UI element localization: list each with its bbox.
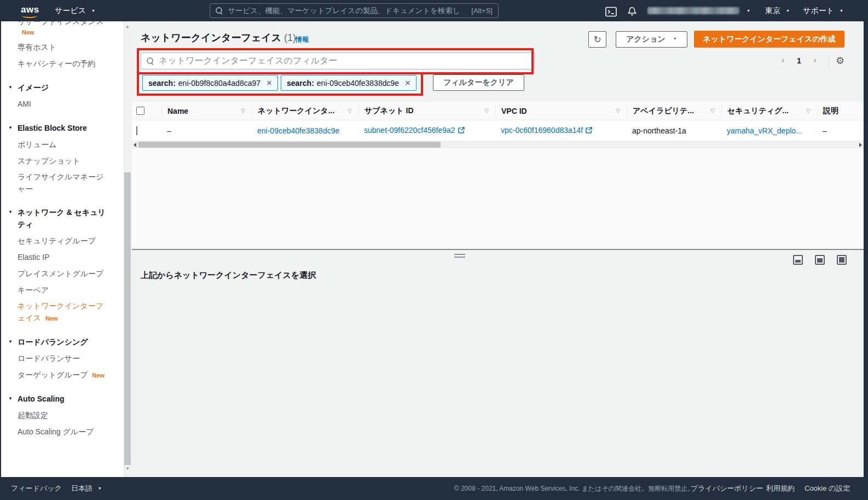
sort-icon[interactable]: ▽ <box>348 108 352 114</box>
column-header-name[interactable]: Name▽ <box>161 106 252 117</box>
security-group-link[interactable]: yamaha_vRX_deplo... <box>727 126 802 135</box>
filter-tag-value: eni-09ceb40fe3838dc9e <box>317 79 399 88</box>
filter-search-input[interactable]: ネットワークインターフェイスのフィルター <box>141 53 535 69</box>
horizontal-scrollbar-thumb[interactable] <box>138 142 441 148</box>
pagination-next[interactable]: › <box>813 55 817 66</box>
remove-filter-icon[interactable]: × <box>267 78 272 88</box>
sidebar-item-network-interfaces[interactable]: ネットワークインターフェイスNew <box>1 298 131 326</box>
account-menu-caret[interactable]: ▼ <box>743 0 750 21</box>
refresh-button[interactable]: ↻ <box>588 31 606 48</box>
divider <box>829 55 829 69</box>
sidebar-item-auto-scaling-groups[interactable]: Auto Scaling グループ <box>1 423 131 440</box>
table-settings-gear-icon[interactable]: ⚙ <box>836 55 844 67</box>
pane-size-small-icon[interactable] <box>793 255 803 265</box>
table-horizontal-scrollbar[interactable] <box>132 141 864 148</box>
sidebar-section-network-security[interactable]: ▼ ネットワーク & セキュリティ <box>1 204 131 232</box>
global-search-input[interactable]: サービス、機能、マーケットプレイスの製品、ドキュメントを検索し [Alt+S] <box>210 3 499 18</box>
sidebar-item-placement-groups[interactable]: プレイスメントグループ <box>1 265 131 282</box>
global-search-placeholder: サービス、機能、マーケットプレイスの製品、ドキュメントを検索し <box>228 6 460 16</box>
cloudshell-icon[interactable] <box>605 1 617 22</box>
sidebar-item-security-groups[interactable]: セキュリティグループ <box>1 232 131 249</box>
copyright-text: © 2008 - 2021, Amazon Web Services, Inc.… <box>454 477 694 500</box>
column-header-subnet[interactable]: サブネット ID▽ <box>358 106 495 117</box>
region-menu[interactable]: 東京 ▼ <box>765 0 790 21</box>
sidebar-item-load-balancers[interactable]: ロードバランサー <box>1 350 131 367</box>
terms-link[interactable]: 利用規約 <box>766 477 795 500</box>
row-checkbox[interactable] <box>136 126 137 135</box>
sidebar-item-volumes[interactable]: ボリューム <box>1 136 131 153</box>
scroll-left-icon[interactable] <box>134 143 136 147</box>
sort-icon[interactable]: ▽ <box>710 108 715 114</box>
table-row[interactable]: – eni-09ceb40fe3838dc9e subnet-09f6220cf… <box>132 120 864 141</box>
notifications-bell-icon[interactable] <box>627 1 637 22</box>
new-badge: New <box>45 315 58 322</box>
sidebar-item-key-pairs[interactable]: キーペア <box>1 282 131 298</box>
sidebar-section-auto-scaling[interactable]: ▼ Auto Scaling <box>1 391 131 407</box>
section-label: ロードバランシング <box>18 338 88 346</box>
scroll-right-icon[interactable] <box>859 143 862 147</box>
cookie-settings-link[interactable]: Cookie の設定 <box>805 477 850 500</box>
sidebar-section-load-balancing[interactable]: ▼ ロードバランシング <box>1 334 131 350</box>
feedback-link[interactable]: フィードバック <box>11 477 62 500</box>
column-label: 説明 <box>823 106 838 116</box>
pagination-page-number[interactable]: 1 <box>797 56 801 65</box>
external-link-icon[interactable] <box>586 126 592 135</box>
cell-eni: eni-09ceb40fe3838dc9e <box>252 126 358 135</box>
column-header-vpc[interactable]: VPC ID▽ <box>495 106 627 117</box>
external-link-icon[interactable] <box>458 126 465 135</box>
sort-icon[interactable]: ▽ <box>484 108 489 114</box>
info-link[interactable]: 情報 <box>296 35 309 44</box>
sidebar-item-lifecycle-manager[interactable]: ライフサイクルマネージャー <box>1 169 131 196</box>
column-label: VPC ID <box>501 107 527 115</box>
pane-size-full-icon[interactable] <box>837 255 847 265</box>
scrollbar-up-icon[interactable]: ▲ <box>125 24 130 29</box>
privacy-policy-link[interactable]: プライバシーポリシー <box>691 477 763 500</box>
sort-icon[interactable]: ▽ <box>616 108 620 114</box>
sidebar-item-elastic-ip[interactable]: Elastic IP <box>1 249 131 265</box>
language-selector[interactable]: 日本語 ▼ <box>71 477 102 500</box>
section-label: Auto Scaling <box>18 394 65 403</box>
sidebar-item-dedicated-hosts[interactable]: 専有ホスト <box>1 39 131 55</box>
sort-icon[interactable]: ▽ <box>241 108 245 114</box>
column-header-security-group[interactable]: セキュリティグ...▽ <box>721 106 817 117</box>
sidebar-section-images[interactable]: ▼ イメージ <box>1 79 131 96</box>
eni-link[interactable]: eni-09ceb40fe3838dc9e <box>257 126 339 135</box>
sidebar-item-launch-configurations[interactable]: 起動設定 <box>1 407 131 423</box>
sidebar-badge-row: New <box>1 27 131 39</box>
page-title: ネットワークインターフェイス (1) <box>141 31 296 44</box>
split-divider <box>132 249 864 250</box>
column-header-eni[interactable]: ネットワークインタ...▽ <box>252 106 358 117</box>
sidebar-item-ami[interactable]: AMI <box>1 96 131 112</box>
sidebar-section-ebs[interactable]: ▼ Elastic Block Store <box>1 120 131 136</box>
support-menu[interactable]: サポート ▼ <box>803 0 843 21</box>
sidebar-item-target-groups[interactable]: ターゲットグループNew <box>1 367 131 383</box>
account-name-redacted[interactable] <box>647 7 739 14</box>
column-header-az[interactable]: アベイラビリテ...▽ <box>627 106 721 117</box>
pane-size-half-icon[interactable] <box>815 255 825 265</box>
sort-icon[interactable]: ▽ <box>806 108 811 114</box>
scrollbar-down-icon[interactable]: ▼ <box>125 466 130 471</box>
vpc-link[interactable]: vpc-0c60f16960d83a14f <box>501 126 583 135</box>
split-drag-handle[interactable] <box>454 254 465 259</box>
sidebar-item-snapshots[interactable]: スナップショット <box>1 153 131 169</box>
services-menu[interactable]: サービス ▼ <box>55 0 95 21</box>
sidebar-item-reserved-instances[interactable]: リザーブドインスタンス <box>1 21 131 27</box>
search-icon <box>147 57 154 65</box>
column-header-description[interactable]: 説明 <box>817 106 864 117</box>
pagination-prev[interactable]: ‹ <box>782 55 785 66</box>
cell-az: ap-northeast-1a <box>627 126 721 135</box>
sidebar-scrollbar-thumb[interactable] <box>124 172 131 465</box>
subnet-link[interactable]: subnet-09f6220cf456fe9a2 <box>364 126 455 135</box>
row-checkbox-cell <box>132 126 161 135</box>
actions-button[interactable]: アクション ▼ <box>616 31 687 48</box>
select-all-checkbox[interactable] <box>136 107 144 115</box>
create-network-interface-button[interactable]: ネットワークインターフェイスの作成 <box>694 31 844 48</box>
network-interfaces-table: Name▽ ネットワークインタ...▽ サブネット ID▽ VPC ID▽ アベ… <box>132 102 864 148</box>
column-label: アベイラビリテ... <box>633 106 694 116</box>
clear-filters-button[interactable]: フィルターをクリア <box>433 74 524 91</box>
sidebar-item-capacity-reservations[interactable]: キャパシティーの予約 <box>1 55 131 72</box>
section-collapse-icon: ▼ <box>8 391 13 407</box>
chevron-down-icon: ▼ <box>98 486 102 490</box>
remove-filter-icon[interactable]: × <box>405 78 410 88</box>
pane-layout-controls <box>793 255 847 265</box>
